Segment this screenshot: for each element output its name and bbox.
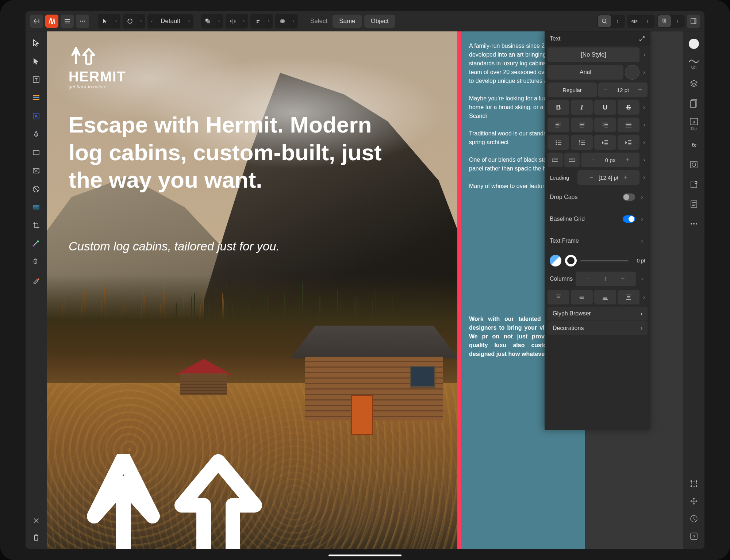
move-tool[interactable]: [31, 38, 41, 48]
table-tool[interactable]: [31, 93, 41, 103]
indent-chevron-icon[interactable]: ›: [641, 153, 648, 167]
frame-stroke-swatch[interactable]: [565, 255, 577, 266]
brush-tool-icon[interactable]: [123, 15, 137, 28]
rectangle-tool[interactable]: [31, 147, 41, 158]
strikethrough-button[interactable]: S: [618, 100, 639, 115]
preset-next[interactable]: ›: [185, 15, 193, 28]
fill-swatch[interactable]: [689, 39, 699, 49]
size-decrease[interactable]: −: [600, 83, 611, 97]
flip-chevron[interactable]: ›: [240, 15, 247, 28]
valign-center-button[interactable]: [571, 290, 593, 304]
outdent-button[interactable]: [594, 135, 616, 150]
font-family[interactable]: Arial: [548, 65, 623, 80]
stroke-rail-item[interactable]: 0pt: [688, 58, 699, 69]
leading-decrease[interactable]: −: [586, 170, 597, 184]
subheadline[interactable]: Custom log cabins, tailored just for you…: [69, 239, 280, 253]
font-chevron-icon[interactable]: ›: [641, 65, 648, 80]
transparency-tool[interactable]: [31, 184, 41, 194]
bold-button[interactable]: B: [548, 100, 569, 115]
select-same[interactable]: Same: [333, 15, 362, 28]
close-x-icon[interactable]: [31, 515, 41, 526]
page-1[interactable]: HERMIT get back to nature Escape with He…: [47, 31, 459, 549]
valign-chevron-icon[interactable]: ›: [641, 290, 648, 304]
align-left-button[interactable]: [548, 118, 569, 132]
boolean-icon[interactable]: [276, 15, 289, 28]
text-frame-tool[interactable]: T: [31, 74, 41, 85]
snap-toggle[interactable]: ›: [657, 15, 685, 28]
baseline-toggle[interactable]: [623, 215, 635, 223]
pointer-tool[interactable]: [99, 15, 112, 28]
history-panel-icon[interactable]: [688, 513, 699, 524]
crop-tool[interactable]: [31, 220, 41, 231]
brush-chevron[interactable]: ›: [137, 15, 145, 28]
pages-panel-icon[interactable]: [688, 98, 699, 109]
studio-toggle-icon[interactable]: [687, 15, 700, 28]
baseline-chevron-icon[interactable]: ›: [639, 212, 645, 226]
columns-stepper[interactable]: − 1 +: [576, 272, 636, 286]
back-button[interactable]: [30, 15, 43, 28]
picture-frame-tool[interactable]: [31, 166, 41, 176]
preview-toggle[interactable]: ›: [627, 15, 655, 28]
font-weight[interactable]: Regular: [548, 83, 597, 97]
more-panels-icon[interactable]: [688, 218, 699, 229]
leading-stepper[interactable]: − [12.4] pt +: [577, 170, 639, 185]
drop-caps-toggle[interactable]: [623, 193, 635, 201]
fill-tool[interactable]: [31, 257, 41, 267]
layers-panel-icon[interactable]: [688, 78, 699, 89]
arrange-chevron[interactable]: ›: [215, 15, 223, 28]
gradient-tool[interactable]: [31, 239, 41, 249]
font-size-stepper[interactable]: − 12 pt +: [598, 83, 648, 97]
text-color-swatch[interactable]: [625, 65, 639, 80]
headline[interactable]: Escape with Hermit. Modern log cabins, c…: [69, 111, 397, 194]
indent-stepper[interactable]: − 0 px +: [581, 153, 639, 167]
zoom-toggle[interactable]: ›: [597, 15, 625, 28]
dropcaps-chevron-icon[interactable]: ›: [639, 190, 645, 204]
valign-top-button[interactable]: [548, 290, 569, 304]
node-tool[interactable]: [31, 56, 41, 66]
more-icon[interactable]: [76, 15, 89, 28]
flip-icon[interactable]: [226, 15, 239, 28]
pointer-chevron[interactable]: ›: [112, 15, 120, 28]
align-justify-button[interactable]: [618, 118, 639, 132]
arrange-icon[interactable]: [201, 15, 215, 28]
fx-panel-icon[interactable]: fx: [688, 139, 699, 150]
underline-button[interactable]: U: [594, 100, 616, 115]
align-chevron-icon[interactable]: ›: [641, 118, 648, 132]
size-increase[interactable]: +: [635, 83, 646, 97]
indent-right-icon[interactable]: [564, 153, 580, 167]
select-object[interactable]: Object: [364, 15, 395, 28]
frame-stroke-slider[interactable]: [580, 260, 629, 261]
adjustments-panel-icon[interactable]: [688, 179, 699, 190]
align-center-button[interactable]: [571, 118, 593, 132]
columns-chevron-icon[interactable]: ›: [639, 272, 645, 286]
assets-panel-icon[interactable]: [688, 159, 699, 170]
columns-increase[interactable]: +: [618, 272, 629, 286]
preset-prev[interactable]: ‹: [148, 15, 155, 28]
help-icon[interactable]: ?: [688, 531, 699, 542]
expand-icon[interactable]: [639, 35, 645, 42]
style-chevron-icon[interactable]: ›: [641, 47, 648, 62]
color-picker-tool[interactable]: [31, 275, 41, 285]
app-icon[interactable]: [45, 15, 58, 28]
list-number-button[interactable]: 123: [571, 135, 593, 150]
indent-decrease[interactable]: −: [588, 153, 599, 167]
valign-justify-button[interactable]: [618, 290, 639, 304]
indent-increase[interactable]: +: [622, 153, 633, 167]
paragraph-style[interactable]: [No Style]: [548, 47, 639, 62]
align-right-button[interactable]: [594, 118, 616, 132]
indent-left-icon[interactable]: [548, 153, 563, 167]
frame-fill-swatch[interactable]: [550, 255, 561, 266]
trash-icon[interactable]: [31, 532, 41, 542]
leading-increase[interactable]: +: [620, 170, 631, 184]
align-chevron[interactable]: ›: [265, 15, 272, 28]
glyph-browser-row[interactable]: Glyph Browser ›: [548, 307, 648, 321]
list-chevron-icon[interactable]: ›: [641, 135, 648, 150]
typography-chevron-icon[interactable]: ›: [641, 100, 648, 115]
leading-chevron-icon[interactable]: ›: [641, 170, 648, 185]
decorations-row[interactable]: Decorations ›: [548, 321, 648, 335]
text-rail-item[interactable]: a 12pt: [689, 118, 698, 131]
indent-button[interactable]: [618, 135, 639, 150]
boolean-chevron[interactable]: ›: [290, 15, 297, 28]
italic-button[interactable]: I: [571, 100, 593, 115]
list-bullet-button[interactable]: [548, 135, 569, 150]
